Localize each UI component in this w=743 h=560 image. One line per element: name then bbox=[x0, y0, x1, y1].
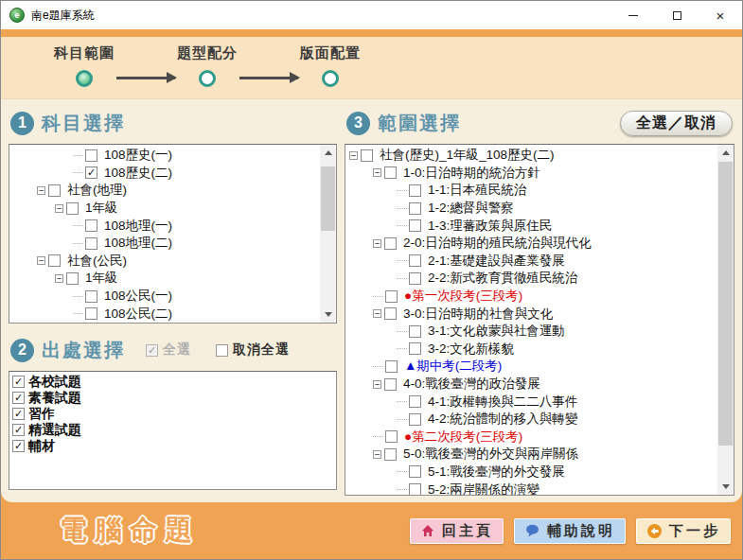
scroll-down-icon[interactable] bbox=[320, 306, 336, 323]
deselect-all-checkbox[interactable] bbox=[216, 344, 228, 357]
scroll-up-icon[interactable] bbox=[320, 145, 336, 161]
checkbox[interactable] bbox=[384, 237, 397, 250]
tree-row[interactable]: −1年級 bbox=[9, 270, 320, 288]
tree-row[interactable]: ▲期中考(二段考) bbox=[345, 358, 717, 376]
tree-item-label[interactable]: 108地理(二) bbox=[104, 235, 172, 252]
tree-row[interactable]: −1年級 bbox=[9, 200, 320, 218]
tree-item-label[interactable]: 社會(公民) bbox=[67, 253, 127, 270]
tree-item-label[interactable]: 3-1:文化啟蒙與社會運動 bbox=[428, 323, 565, 340]
checkbox[interactable] bbox=[85, 149, 97, 162]
tree-row[interactable]: −社會(公民) bbox=[9, 253, 320, 271]
tree-row[interactable]: 3-2:文化新樣貌 bbox=[345, 341, 717, 359]
collapse-icon[interactable]: − bbox=[55, 274, 63, 283]
checkbox[interactable]: ✓ bbox=[12, 408, 25, 420]
checkbox[interactable] bbox=[66, 272, 79, 285]
home-button[interactable]: 回主頁 bbox=[410, 518, 504, 544]
checkbox[interactable] bbox=[409, 483, 421, 495]
checkbox[interactable] bbox=[385, 360, 398, 373]
collapse-icon[interactable]: − bbox=[373, 450, 381, 459]
list-item[interactable]: ✓各校試題 bbox=[9, 374, 336, 390]
checkbox[interactable] bbox=[384, 166, 397, 179]
tree-row[interactable]: −4-0:戰後臺灣的政治發展 bbox=[345, 376, 717, 394]
scroll-down-icon[interactable] bbox=[717, 479, 734, 495]
tree-item-label[interactable]: 5-1:戰後臺灣的外交發展 bbox=[428, 464, 565, 481]
tree-row[interactable]: 108公民(二) bbox=[9, 305, 320, 323]
tree-row[interactable]: −社會(地理) bbox=[9, 182, 320, 200]
checkbox[interactable] bbox=[409, 202, 421, 215]
tree-row[interactable]: 4-2:統治體制的移入與轉變 bbox=[345, 411, 717, 429]
tree-row[interactable]: 2-1:基礎建設與產業發展 bbox=[345, 253, 717, 271]
tree-row[interactable]: 5-1:戰後臺灣的外交發展 bbox=[345, 464, 717, 481]
tree-item-label[interactable]: 108公民(一) bbox=[104, 288, 172, 305]
checkbox[interactable] bbox=[385, 290, 398, 303]
tree-row[interactable]: −1-0:日治時期的統治方針 bbox=[345, 165, 717, 183]
tree-item-label[interactable]: ●第二次段考(三段考) bbox=[404, 429, 522, 446]
collapse-icon[interactable]: − bbox=[37, 186, 45, 195]
tree-row[interactable]: ●第二次段考(三段考) bbox=[345, 429, 717, 446]
tree-item-label[interactable]: 2-0:日治時期的殖民統治與現代化 bbox=[403, 235, 592, 252]
tree-row[interactable]: 108歷史(一) bbox=[9, 147, 320, 165]
tree-row[interactable]: 108地理(一) bbox=[9, 217, 320, 235]
list-item[interactable]: ✓輔材 bbox=[9, 438, 336, 454]
checkbox[interactable] bbox=[409, 413, 421, 426]
tree-item-label[interactable]: 社會(地理) bbox=[67, 182, 127, 199]
tree-item-label[interactable]: 3-0:日治時期的社會與文化 bbox=[403, 306, 553, 323]
checkbox[interactable]: ✓ bbox=[85, 166, 97, 179]
checkbox[interactable] bbox=[384, 307, 397, 320]
collapse-icon[interactable]: − bbox=[37, 256, 45, 265]
collapse-icon[interactable]: − bbox=[373, 168, 381, 177]
checkbox[interactable] bbox=[409, 325, 421, 338]
checkbox[interactable] bbox=[409, 254, 421, 267]
tree-item-label[interactable]: 1年級 bbox=[85, 200, 118, 217]
tree-row[interactable]: −2-0:日治時期的殖民統治與現代化 bbox=[345, 235, 717, 253]
tree-row[interactable]: 1-1:日本殖民統治 bbox=[345, 182, 717, 200]
checkbox[interactable]: ✓ bbox=[12, 392, 25, 404]
collapse-icon[interactable]: − bbox=[55, 204, 63, 213]
checkbox[interactable] bbox=[48, 184, 61, 197]
tree-item-label[interactable]: 社會(歷史)_1年級_108歷史(二) bbox=[380, 147, 555, 164]
checkbox[interactable] bbox=[384, 378, 397, 391]
collapse-icon[interactable]: − bbox=[373, 239, 381, 248]
checkbox[interactable] bbox=[385, 430, 398, 443]
toggle-all-button[interactable]: 全選／取消 bbox=[620, 111, 733, 136]
maximize-button[interactable] bbox=[655, 1, 699, 29]
select-all-checkbox[interactable]: ✓ bbox=[146, 344, 158, 357]
tree-row[interactable]: 4-1:政權轉換與二二八事件 bbox=[345, 393, 717, 411]
checkbox[interactable] bbox=[409, 219, 421, 232]
subject-tree-scrollbar[interactable] bbox=[320, 145, 336, 323]
checkbox[interactable] bbox=[409, 272, 421, 285]
tree-row[interactable]: 108地理(二) bbox=[9, 235, 320, 253]
close-button[interactable]: × bbox=[699, 1, 742, 29]
checkbox[interactable]: ✓ bbox=[12, 424, 25, 436]
checkbox[interactable] bbox=[66, 202, 79, 215]
checkbox[interactable]: ✓ bbox=[12, 376, 25, 388]
collapse-icon[interactable]: − bbox=[349, 151, 358, 160]
tree-item-label[interactable]: 1-3:理蕃政策與原住民 bbox=[428, 218, 552, 235]
scroll-up-icon[interactable] bbox=[717, 145, 734, 161]
tree-row[interactable]: 1-2:總督與警察 bbox=[345, 200, 717, 218]
checkbox[interactable] bbox=[409, 342, 421, 355]
list-item[interactable]: ✓素養試題 bbox=[9, 390, 336, 406]
tree-item-label[interactable]: 4-2:統治體制的移入與轉變 bbox=[428, 411, 577, 428]
tree-item-label[interactable]: 1年級 bbox=[85, 270, 118, 287]
checkbox[interactable] bbox=[384, 448, 397, 461]
checkbox[interactable] bbox=[409, 184, 421, 197]
scrollbar-thumb[interactable] bbox=[321, 166, 335, 231]
next-button[interactable]: 下一步 bbox=[636, 518, 731, 544]
tree-item-label[interactable]: ●第一次段考(三段考) bbox=[404, 288, 522, 305]
checkbox[interactable] bbox=[409, 395, 421, 408]
tree-row[interactable]: ●第一次段考(三段考) bbox=[345, 288, 717, 306]
tree-item-label[interactable]: 4-0:戰後臺灣的政治發展 bbox=[403, 376, 540, 393]
collapse-icon[interactable]: − bbox=[373, 309, 381, 318]
tree-row[interactable]: 2-2:新式教育貫徹殖民統治 bbox=[345, 270, 717, 288]
tree-row[interactable]: −3-0:日治時期的社會與文化 bbox=[345, 305, 717, 323]
tree-item-label[interactable]: 108歷史(一) bbox=[104, 147, 172, 164]
tree-item-label[interactable]: ▲期中考(二段考) bbox=[404, 358, 502, 375]
list-item[interactable]: ✓精選試題 bbox=[9, 422, 336, 438]
tree-item-label[interactable]: 108歷史(二) bbox=[104, 165, 172, 182]
help-button[interactable]: 輔助說明 bbox=[514, 518, 626, 544]
checkbox[interactable] bbox=[85, 219, 97, 232]
checkbox[interactable] bbox=[85, 307, 97, 320]
tree-row[interactable]: 5-2:兩岸關係的演變 bbox=[345, 481, 717, 495]
tree-item-label[interactable]: 5-0:戰後臺灣的外交與兩岸關係 bbox=[403, 446, 578, 463]
